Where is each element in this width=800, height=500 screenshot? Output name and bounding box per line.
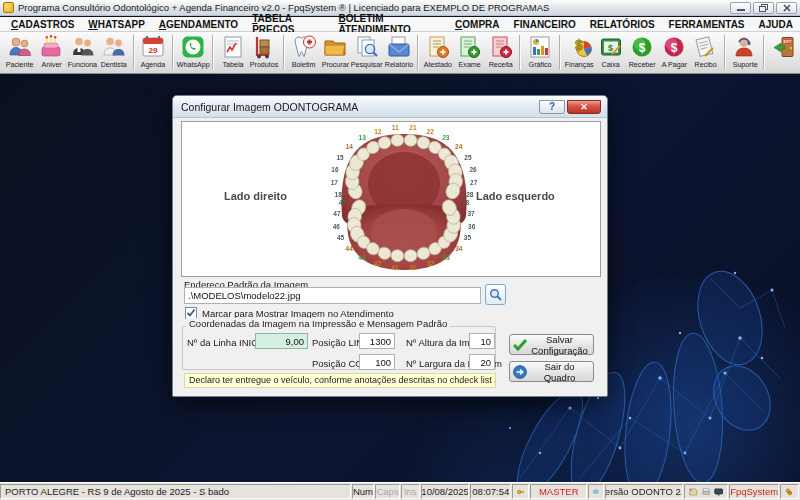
svg-text:23: 23 (442, 134, 450, 141)
toolbar-button-atestado[interactable]: Atestado (422, 33, 453, 72)
svg-text:27: 27 (470, 179, 478, 186)
status-time: 08:07:54 (470, 484, 511, 499)
toolbar-button-label: Relatório (384, 60, 413, 69)
toolbar-button-agenda[interactable]: 29Agenda (138, 33, 169, 72)
svg-text:46: 46 (333, 223, 341, 230)
toolbar-button-label: Boletim (292, 60, 316, 69)
prescription-icon (488, 34, 514, 60)
dialog-body: 1817161514131211212223242526272848474645… (173, 118, 607, 396)
status-date: 10/08/2025 (421, 484, 470, 499)
toolbar-button-paciente[interactable]: Paciente (4, 33, 35, 72)
toolbar-button-funciona[interactable]: Funciona (67, 33, 98, 72)
svg-text:17: 17 (331, 179, 339, 186)
toolbar-button-recibo[interactable]: Recibo (690, 33, 721, 72)
toolbar-button-boletim[interactable]: Boletim (288, 33, 319, 72)
svg-text:26: 26 (469, 166, 477, 173)
svg-text:35: 35 (464, 234, 472, 241)
svg-text:18: 18 (335, 191, 343, 198)
initial-line-input[interactable] (255, 333, 308, 349)
toolbar-button-caixa[interactable]: $Caixa (595, 33, 626, 72)
side-label-right: Lado direito (224, 190, 287, 202)
menu-item-compra[interactable]: COMPRA (448, 19, 506, 30)
column-position-input[interactable] (359, 354, 395, 370)
receive-icon: $ (629, 34, 655, 60)
status-insert: Ins (401, 484, 420, 499)
menu-item-ferramentas[interactable]: FERRAMENTAS (662, 19, 752, 30)
pay-icon: $ (661, 34, 687, 60)
dentist-icon (101, 34, 127, 60)
price-table-icon (220, 34, 246, 60)
calendar-icon: 29 (140, 34, 166, 60)
line-position-input[interactable] (359, 333, 395, 349)
toolbar-button-label: Exame (458, 60, 480, 69)
toolbar-button-label: WhatsApp (177, 60, 210, 69)
toolbar-button-produtos[interactable]: Produtos (249, 33, 280, 72)
toolbar-separator (519, 35, 521, 70)
toolbar-button-exame[interactable]: Exame (454, 33, 485, 72)
dialog-close-button[interactable]: ✕ (567, 100, 601, 114)
menu-item-whatsapp[interactable]: WHATSAPP (81, 19, 152, 30)
toolbar-button-receita[interactable]: Receita (485, 33, 516, 72)
status-numlock: Num (352, 484, 375, 499)
toolbar-separator (172, 35, 174, 70)
menu-item-agendamento[interactable]: AGENDAMENTO (152, 19, 245, 30)
toolbar-button-aniver[interactable]: Aniver (35, 33, 66, 72)
svg-text:48: 48 (339, 199, 347, 206)
menu-item-financeiro[interactable]: FINANCEIRO (507, 19, 583, 30)
toolbar-button-dentista[interactable]: Dentista (98, 33, 129, 72)
receipt-icon (692, 34, 718, 60)
toolbar-button-label: Suporte (732, 60, 757, 69)
toolbar-button-whatsapp[interactable]: WhatsApp (177, 33, 209, 72)
coordinates-group-label: Coordenadas da Imagem na Impressão e Men… (186, 318, 450, 329)
toolbar-button-procurar[interactable]: Procurar (319, 33, 350, 72)
image-height-input[interactable] (469, 333, 495, 349)
exit-dialog-button[interactable]: Sair do Quadro (509, 361, 594, 382)
svg-text:EXIT: EXIT (784, 40, 792, 44)
toolbar-button-sair[interactable]: EXIT (768, 33, 799, 72)
toolbar-button-pesquisar[interactable]: Pesquisar (351, 33, 383, 72)
toolbar-button-label: Agenda (141, 60, 166, 69)
arrow-icon (510, 365, 530, 379)
toolbar-button-suporte[interactable]: Suporte (729, 33, 760, 72)
toolbar-button-label: Atestado (424, 60, 452, 69)
minimize-button[interactable] (730, 2, 751, 14)
restore-button[interactable] (753, 2, 774, 14)
save-configuration-label: Salvar Configuração (530, 334, 593, 356)
client-area: Configurar Imagem ODONTOGRAMA ? ✕ (0, 75, 800, 482)
toolbar-separator (283, 35, 285, 70)
toolbar-button-financas[interactable]: $Finanças (564, 33, 595, 72)
menu-item-relatórios[interactable]: RELATÓRIOS (583, 19, 662, 30)
whatsapp-icon (180, 34, 206, 60)
cake-icon (38, 34, 64, 60)
status-capslock: Caps (375, 484, 399, 499)
close-button[interactable] (776, 2, 797, 14)
menu-item-ajuda[interactable]: AJUDA (752, 19, 800, 30)
toolbar-button-relatorio[interactable]: Relatório (383, 33, 414, 72)
toolbar-separator (724, 35, 726, 70)
svg-text:28: 28 (466, 191, 474, 198)
toolbar-button-label: Finanças (565, 60, 594, 69)
toolbar-button-label: Aniver (41, 60, 61, 69)
toolbar-button-apagar[interactable]: $A Pagar (658, 33, 689, 72)
certificate-icon (425, 34, 451, 60)
svg-text:32: 32 (427, 260, 435, 267)
dialog-title: Configurar Imagem ODONTOGRAMA (173, 101, 539, 113)
svg-text:43: 43 (358, 254, 366, 261)
image-width-input[interactable] (469, 354, 495, 370)
toolbar-button-tabela[interactable]: Tabela (217, 33, 248, 72)
image-path-input[interactable] (184, 287, 481, 304)
toolbar-button-label: Caixa (602, 60, 620, 69)
svg-text:42: 42 (374, 260, 382, 267)
exit-dialog-label: Sair do Quadro (530, 361, 593, 383)
svg-text:$: $ (671, 41, 678, 55)
toolbar-button-receber[interactable]: $Receber (627, 33, 658, 72)
dialog-help-button[interactable]: ? (539, 100, 565, 114)
toolbar-button-grafico[interactable]: Gráfico (524, 33, 555, 72)
menu-item-cadastros[interactable]: CADASTROS (4, 19, 81, 30)
browse-image-button[interactable] (485, 284, 506, 305)
dialog-titlebar[interactable]: Configurar Imagem ODONTOGRAMA ? ✕ (173, 96, 607, 118)
status-mini-icon (588, 484, 603, 499)
save-configuration-button[interactable]: Salvar Configuração (509, 334, 594, 355)
folder-icon (322, 34, 348, 60)
svg-text:13: 13 (359, 134, 367, 141)
